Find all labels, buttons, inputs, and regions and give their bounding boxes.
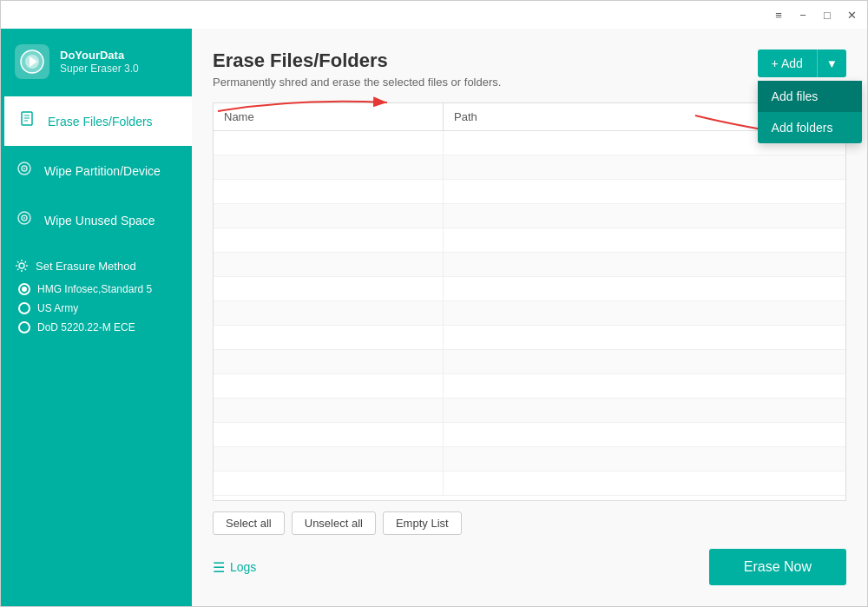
logs-link[interactable]: ☰ Logs	[213, 559, 256, 576]
erase-files-icon	[18, 110, 37, 132]
dod-label: DoD 5220.22-M ECE	[37, 321, 135, 333]
table-row	[214, 277, 845, 301]
erasure-option-dod[interactable]: DoD 5220.22-M ECE	[18, 321, 178, 333]
page-title: Erase Files/Folders	[213, 49, 501, 72]
sidebar-item-wipe-partition[interactable]: Wipe Partition/Device	[1, 146, 192, 195]
close-btn[interactable]: ✕	[843, 6, 860, 23]
radio-usarmy[interactable]	[18, 302, 30, 314]
select-all-button[interactable]: Select all	[213, 511, 285, 535]
wipe-space-label: Wipe Unused Space	[44, 214, 155, 228]
table-row	[214, 204, 845, 228]
svg-point-12	[23, 217, 25, 219]
table-row	[214, 399, 845, 423]
logs-icon: ☰	[213, 559, 225, 576]
sidebar-item-wipe-space[interactable]: Wipe Unused Space	[1, 195, 192, 245]
empty-list-button[interactable]: Empty List	[383, 511, 462, 535]
table-row	[214, 350, 845, 374]
erasure-option-usarmy[interactable]: US Army	[18, 302, 178, 314]
table-row	[214, 374, 845, 399]
main-layout: DoYourData Super Eraser 3.0 Erase Files/…	[1, 29, 867, 606]
unselect-all-button[interactable]: Unselect all	[292, 511, 376, 535]
wipe-partition-icon	[15, 160, 34, 181]
erasure-title: Set Erasure Method	[15, 259, 178, 273]
logo-area: DoYourData Super Eraser 3.0	[1, 29, 192, 96]
radio-dod[interactable]	[18, 321, 30, 333]
add-dropdown-btn[interactable]: ▼	[817, 49, 846, 77]
file-table: Name Path	[213, 102, 846, 501]
bottom-controls: Select all Unselect all Empty List	[213, 511, 846, 535]
table-body	[214, 131, 845, 500]
erasure-method-label: Set Erasure Method	[36, 260, 136, 273]
usarmy-label: US Army	[37, 302, 78, 314]
svg-point-13	[19, 263, 24, 268]
add-dropdown-menu: Add files Add folders	[758, 81, 862, 143]
dropdown-arrow-icon: ▼	[826, 57, 838, 70]
table-row	[214, 472, 845, 496]
table-row	[214, 155, 845, 180]
logs-label: Logs	[230, 560, 256, 574]
content-header: Erase Files/Folders Permanently shred an…	[213, 49, 846, 89]
window-controls: ≡ − □ ✕	[770, 6, 860, 23]
erasure-options: HMG Infosec,Standard 5 US Army DoD 5220.…	[15, 283, 178, 333]
page-subtitle: Permanently shred and erase the selected…	[213, 76, 501, 89]
app-window: ≡ − □ ✕ DoYourData Super Eraser 3.0	[0, 0, 868, 607]
menu-btn[interactable]: ≡	[770, 6, 787, 23]
content-title-area: Erase Files/Folders Permanently shred an…	[213, 49, 501, 89]
maximize-btn[interactable]: □	[819, 6, 836, 23]
logo-svg	[18, 48, 46, 76]
table-row	[214, 131, 845, 155]
erase-files-label: Erase Files/Folders	[48, 115, 153, 129]
content-area: Erase Files/Folders Permanently shred an…	[192, 29, 867, 606]
title-bar: ≡ − □ ✕	[1, 1, 867, 29]
table-row	[214, 180, 845, 204]
logo-icon	[15, 44, 49, 79]
table-row	[214, 301, 845, 326]
table-header: Name Path	[214, 103, 845, 131]
app-name: DoYourData	[60, 49, 139, 63]
radio-hmg[interactable]	[18, 283, 30, 295]
erasure-option-hmg[interactable]: HMG Infosec,Standard 5	[18, 283, 178, 295]
wipe-space-icon	[15, 209, 34, 231]
table-row	[214, 228, 845, 253]
app-version: Super Eraser 3.0	[60, 63, 139, 75]
table-row	[214, 326, 845, 350]
svg-point-9	[23, 168, 25, 169]
logo-text-area: DoYourData Super Eraser 3.0	[60, 49, 139, 76]
table-row	[214, 447, 845, 472]
add-files-option[interactable]: Add files	[758, 81, 862, 112]
wipe-partition-label: Wipe Partition/Device	[44, 164, 161, 178]
table-row	[214, 423, 845, 447]
erase-now-button[interactable]: Erase Now	[709, 549, 846, 585]
add-folders-option[interactable]: Add folders	[758, 112, 862, 143]
sidebar-item-erase-files[interactable]: Erase Files/Folders	[1, 96, 192, 146]
gear-icon	[15, 259, 29, 273]
minimize-btn[interactable]: −	[794, 6, 812, 23]
table-row	[214, 253, 845, 277]
hmg-label: HMG Infosec,Standard 5	[37, 283, 152, 295]
col-name: Name	[214, 103, 444, 130]
add-button[interactable]: + Add	[758, 49, 817, 77]
footer: ☰ Logs Erase Now	[213, 549, 846, 585]
erasure-section: Set Erasure Method HMG Infosec,Standard …	[1, 245, 192, 333]
add-button-group: + Add ▼ Add files Add folders	[758, 49, 846, 77]
sidebar: DoYourData Super Eraser 3.0 Erase Files/…	[1, 29, 192, 606]
